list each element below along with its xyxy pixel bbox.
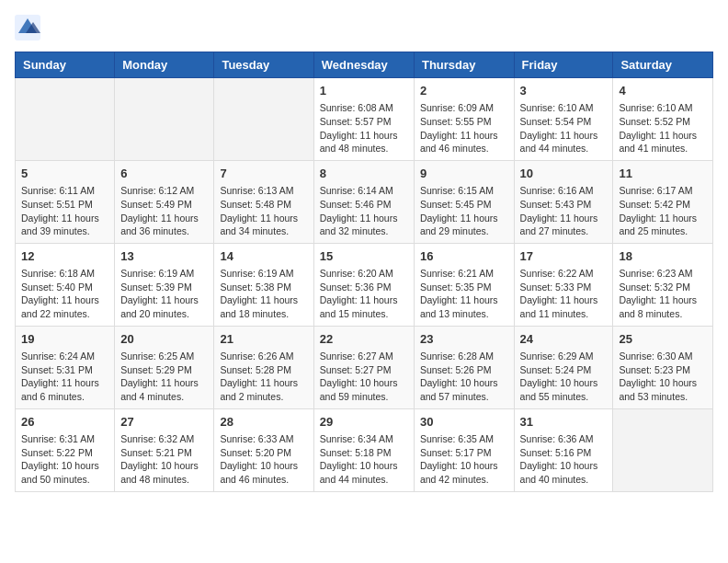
col-monday: Monday bbox=[115, 52, 214, 78]
day-number: 20 bbox=[120, 331, 208, 348]
day-info: Sunrise: 6:15 AM Sunset: 5:45 PM Dayligh… bbox=[420, 184, 508, 238]
day-info: Sunrise: 6:19 AM Sunset: 5:38 PM Dayligh… bbox=[220, 267, 307, 321]
week-row-5: 26Sunrise: 6:31 AM Sunset: 5:22 PM Dayli… bbox=[16, 408, 713, 491]
day-number: 4 bbox=[619, 83, 707, 99]
day-cell-5-4: 29Sunrise: 6:34 AM Sunset: 5:18 PM Dayli… bbox=[313, 408, 414, 491]
day-number: 10 bbox=[520, 166, 608, 182]
day-cell-1-1 bbox=[16, 78, 115, 161]
day-info: Sunrise: 6:34 AM Sunset: 5:18 PM Dayligh… bbox=[320, 432, 408, 487]
calendar-table: Sunday Monday Tuesday Wednesday Thursday… bbox=[15, 52, 713, 492]
day-cell-3-5: 16Sunrise: 6:21 AM Sunset: 5:35 PM Dayli… bbox=[414, 243, 514, 326]
day-number: 8 bbox=[320, 166, 408, 182]
day-info: Sunrise: 6:31 AM Sunset: 5:22 PM Dayligh… bbox=[21, 432, 108, 487]
day-number: 18 bbox=[619, 248, 707, 265]
week-row-3: 12Sunrise: 6:18 AM Sunset: 5:40 PM Dayli… bbox=[16, 243, 713, 326]
day-number: 6 bbox=[120, 166, 208, 182]
day-number: 25 bbox=[619, 331, 707, 348]
day-cell-1-2 bbox=[115, 78, 214, 161]
day-number: 22 bbox=[320, 331, 408, 348]
calendar-header-row: Sunday Monday Tuesday Wednesday Thursday… bbox=[16, 52, 713, 78]
day-info: Sunrise: 6:13 AM Sunset: 5:48 PM Dayligh… bbox=[220, 184, 307, 238]
day-cell-3-4: 15Sunrise: 6:20 AM Sunset: 5:36 PM Dayli… bbox=[313, 243, 414, 326]
day-info: Sunrise: 6:08 AM Sunset: 5:57 PM Dayligh… bbox=[320, 101, 408, 155]
day-info: Sunrise: 6:33 AM Sunset: 5:20 PM Dayligh… bbox=[220, 432, 307, 487]
day-info: Sunrise: 6:32 AM Sunset: 5:21 PM Dayligh… bbox=[120, 432, 208, 487]
day-info: Sunrise: 6:36 AM Sunset: 5:16 PM Dayligh… bbox=[520, 432, 608, 487]
day-info: Sunrise: 6:12 AM Sunset: 5:49 PM Dayligh… bbox=[120, 184, 208, 238]
day-info: Sunrise: 6:10 AM Sunset: 5:54 PM Dayligh… bbox=[520, 101, 608, 155]
day-info: Sunrise: 6:26 AM Sunset: 5:28 PM Dayligh… bbox=[220, 350, 307, 404]
day-number: 31 bbox=[520, 414, 608, 431]
col-tuesday: Tuesday bbox=[214, 52, 313, 78]
day-cell-3-2: 13Sunrise: 6:19 AM Sunset: 5:39 PM Dayli… bbox=[115, 243, 214, 326]
day-info: Sunrise: 6:10 AM Sunset: 5:52 PM Dayligh… bbox=[619, 101, 707, 155]
col-sunday: Sunday bbox=[16, 52, 115, 78]
day-number: 1 bbox=[320, 83, 408, 99]
day-number: 27 bbox=[120, 414, 208, 431]
day-info: Sunrise: 6:11 AM Sunset: 5:51 PM Dayligh… bbox=[21, 184, 108, 238]
day-cell-2-4: 8Sunrise: 6:14 AM Sunset: 5:46 PM Daylig… bbox=[313, 160, 414, 243]
day-cell-2-6: 10Sunrise: 6:16 AM Sunset: 5:43 PM Dayli… bbox=[514, 160, 613, 243]
day-number: 13 bbox=[120, 248, 208, 265]
day-info: Sunrise: 6:25 AM Sunset: 5:29 PM Dayligh… bbox=[120, 350, 208, 404]
day-cell-1-6: 3Sunrise: 6:10 AM Sunset: 5:54 PM Daylig… bbox=[514, 78, 613, 161]
day-cell-3-6: 17Sunrise: 6:22 AM Sunset: 5:33 PM Dayli… bbox=[514, 243, 613, 326]
day-number: 21 bbox=[220, 331, 307, 348]
day-info: Sunrise: 6:27 AM Sunset: 5:27 PM Dayligh… bbox=[320, 350, 408, 404]
logo bbox=[15, 15, 42, 40]
day-cell-4-4: 22Sunrise: 6:27 AM Sunset: 5:27 PM Dayli… bbox=[313, 326, 414, 408]
day-info: Sunrise: 6:14 AM Sunset: 5:46 PM Dayligh… bbox=[320, 184, 408, 238]
day-cell-4-2: 20Sunrise: 6:25 AM Sunset: 5:29 PM Dayli… bbox=[115, 326, 214, 408]
day-info: Sunrise: 6:16 AM Sunset: 5:43 PM Dayligh… bbox=[520, 184, 608, 238]
col-thursday: Thursday bbox=[414, 52, 514, 78]
day-info: Sunrise: 6:29 AM Sunset: 5:24 PM Dayligh… bbox=[520, 350, 608, 404]
day-number: 30 bbox=[420, 414, 508, 431]
day-info: Sunrise: 6:09 AM Sunset: 5:55 PM Dayligh… bbox=[420, 101, 508, 155]
day-number: 24 bbox=[520, 331, 608, 348]
col-friday: Friday bbox=[514, 52, 613, 78]
day-number: 19 bbox=[21, 331, 108, 348]
day-info: Sunrise: 6:20 AM Sunset: 5:36 PM Dayligh… bbox=[320, 267, 408, 321]
day-cell-5-6: 31Sunrise: 6:36 AM Sunset: 5:16 PM Dayli… bbox=[514, 408, 613, 491]
day-info: Sunrise: 6:24 AM Sunset: 5:31 PM Dayligh… bbox=[21, 350, 108, 404]
day-info: Sunrise: 6:30 AM Sunset: 5:23 PM Dayligh… bbox=[619, 350, 707, 404]
day-number: 2 bbox=[420, 83, 508, 99]
page-header bbox=[15, 15, 713, 40]
logo-icon bbox=[15, 15, 40, 40]
day-cell-3-7: 18Sunrise: 6:23 AM Sunset: 5:32 PM Dayli… bbox=[613, 243, 713, 326]
day-number: 11 bbox=[619, 166, 707, 182]
day-number: 12 bbox=[21, 248, 108, 265]
col-saturday: Saturday bbox=[613, 52, 713, 78]
day-info: Sunrise: 6:18 AM Sunset: 5:40 PM Dayligh… bbox=[21, 267, 108, 321]
day-info: Sunrise: 6:23 AM Sunset: 5:32 PM Dayligh… bbox=[619, 267, 707, 321]
day-cell-3-3: 14Sunrise: 6:19 AM Sunset: 5:38 PM Dayli… bbox=[214, 243, 313, 326]
day-cell-4-5: 23Sunrise: 6:28 AM Sunset: 5:26 PM Dayli… bbox=[414, 326, 514, 408]
day-info: Sunrise: 6:35 AM Sunset: 5:17 PM Dayligh… bbox=[420, 432, 508, 487]
day-cell-1-5: 2Sunrise: 6:09 AM Sunset: 5:55 PM Daylig… bbox=[414, 78, 514, 161]
day-cell-4-6: 24Sunrise: 6:29 AM Sunset: 5:24 PM Dayli… bbox=[514, 326, 613, 408]
day-number: 28 bbox=[220, 414, 307, 431]
day-cell-4-3: 21Sunrise: 6:26 AM Sunset: 5:28 PM Dayli… bbox=[214, 326, 313, 408]
col-wednesday: Wednesday bbox=[313, 52, 414, 78]
day-cell-5-3: 28Sunrise: 6:33 AM Sunset: 5:20 PM Dayli… bbox=[214, 408, 313, 491]
day-info: Sunrise: 6:22 AM Sunset: 5:33 PM Dayligh… bbox=[520, 267, 608, 321]
day-info: Sunrise: 6:21 AM Sunset: 5:35 PM Dayligh… bbox=[420, 267, 508, 321]
day-cell-1-3 bbox=[214, 78, 313, 161]
day-cell-5-2: 27Sunrise: 6:32 AM Sunset: 5:21 PM Dayli… bbox=[115, 408, 214, 491]
day-number: 5 bbox=[21, 166, 108, 182]
day-info: Sunrise: 6:19 AM Sunset: 5:39 PM Dayligh… bbox=[120, 267, 208, 321]
day-cell-2-2: 6Sunrise: 6:12 AM Sunset: 5:49 PM Daylig… bbox=[115, 160, 214, 243]
day-cell-5-5: 30Sunrise: 6:35 AM Sunset: 5:17 PM Dayli… bbox=[414, 408, 514, 491]
day-cell-2-1: 5Sunrise: 6:11 AM Sunset: 5:51 PM Daylig… bbox=[16, 160, 115, 243]
day-number: 29 bbox=[320, 414, 408, 431]
day-number: 16 bbox=[420, 248, 508, 265]
day-cell-2-3: 7Sunrise: 6:13 AM Sunset: 5:48 PM Daylig… bbox=[214, 160, 313, 243]
day-number: 7 bbox=[220, 166, 307, 182]
day-number: 15 bbox=[320, 248, 408, 265]
day-number: 17 bbox=[520, 248, 608, 265]
week-row-4: 19Sunrise: 6:24 AM Sunset: 5:31 PM Dayli… bbox=[16, 326, 713, 408]
day-cell-4-7: 25Sunrise: 6:30 AM Sunset: 5:23 PM Dayli… bbox=[613, 326, 713, 408]
day-cell-1-4: 1Sunrise: 6:08 AM Sunset: 5:57 PM Daylig… bbox=[313, 78, 414, 161]
day-number: 9 bbox=[420, 166, 508, 182]
day-number: 23 bbox=[420, 331, 508, 348]
